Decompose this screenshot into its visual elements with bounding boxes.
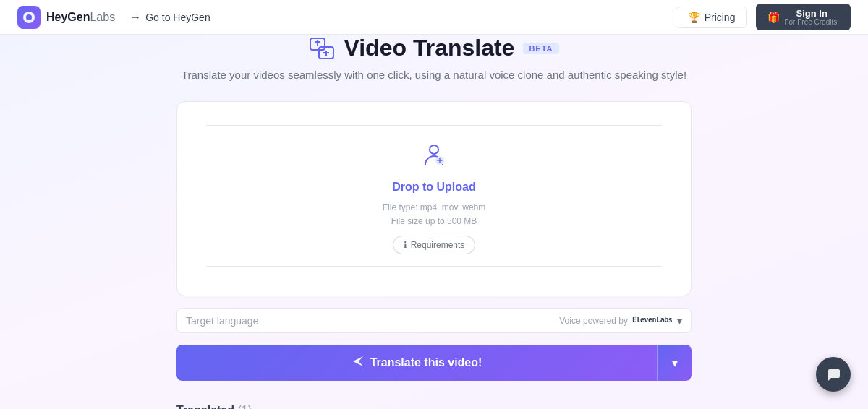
svg-point-1 [26, 14, 32, 20]
target-language-selector[interactable]: Target language Voice powered by ElevenL… [176, 308, 692, 333]
translate-icon [309, 35, 335, 61]
logo-icon [17, 6, 41, 29]
logo: HeyGenLabs [17, 6, 115, 29]
svg-point-8 [430, 145, 438, 154]
header-left: HeyGenLabs → Go to HeyGen [17, 6, 210, 29]
sign-in-button[interactable]: 🎁 Sign In For Free Credits! [756, 4, 851, 31]
voice-powered-section: Voice powered by ElevenLabs ▾ [559, 314, 682, 327]
upload-drop-zone[interactable]: Drop to Upload File type: mp4, mov, webm… [206, 125, 662, 267]
beta-badge: BETA [523, 43, 558, 54]
translated-header: Translated (1) [176, 404, 692, 409]
translated-section: Translated (1) Demo MKB [176, 404, 692, 409]
go-to-heygen-link[interactable]: → Go to HeyGen [129, 11, 210, 24]
arrow-right-icon: → [129, 11, 141, 24]
target-language-placeholder: Target language [186, 315, 258, 327]
upload-icon-wrap [417, 137, 451, 172]
upload-person-icon [420, 140, 448, 169]
translate-main-button[interactable]: Translate this video! [176, 345, 657, 381]
chevron-down-icon: ▾ [672, 356, 678, 370]
trophy-icon: 🏆 [688, 12, 700, 23]
pricing-button[interactable]: 🏆 Pricing [676, 7, 748, 28]
page-subtitle: Translate your videos seamlessly with on… [176, 69, 692, 81]
header: HeyGenLabs → Go to HeyGen 🏆 Pricing 🎁 Si… [0, 0, 868, 35]
play-send-icon [352, 355, 365, 371]
chevron-down-icon: ▾ [677, 315, 682, 327]
translate-dropdown-button[interactable]: ▾ [657, 345, 692, 381]
upload-card: Drop to Upload File type: mp4, mov, webm… [176, 101, 692, 296]
logo-wordmark: HeyGenLabs [46, 11, 115, 24]
elevenlabs-logo: ElevenLabs [632, 314, 673, 327]
requirements-button[interactable]: ℹ Requirements [393, 236, 476, 254]
title-row: Video Translate BETA [176, 35, 692, 61]
svg-text:ElevenLabs: ElevenLabs [632, 316, 673, 324]
file-type-info: File type: mp4, mov, webm File size up t… [383, 201, 486, 228]
gift-icon: 🎁 [767, 12, 780, 23]
info-icon: ℹ [404, 240, 407, 250]
translate-button-row: Translate this video! ▾ [176, 345, 692, 381]
drop-to-upload-text[interactable]: Drop to Upload [392, 181, 476, 194]
hero-section: Video Translate BETA Translate your vide… [176, 35, 692, 81]
page-title: Video Translate [344, 35, 514, 61]
chat-button[interactable] [816, 357, 851, 392]
header-right: 🏆 Pricing 🎁 Sign In For Free Credits! [676, 4, 851, 31]
